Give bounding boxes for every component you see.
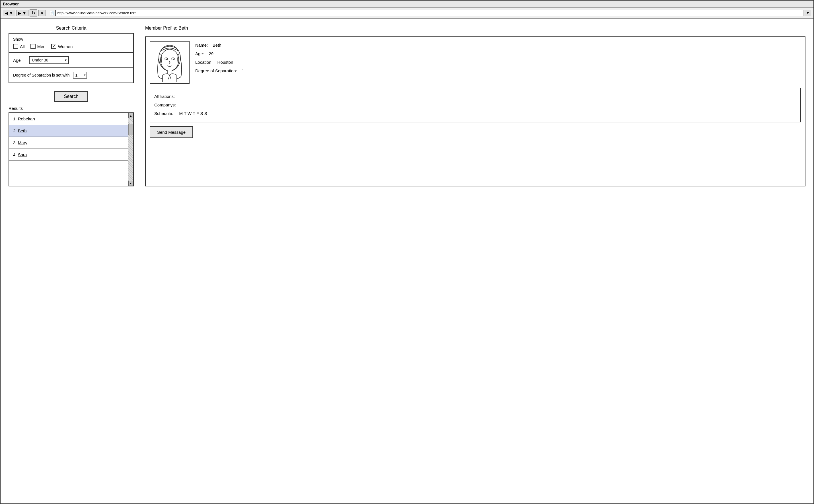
profile-box: Name: Beth Age: 29 Location: (145, 36, 805, 186)
checkbox-men-label: Men (37, 44, 46, 49)
age-select[interactable]: Under 30 30-40 40-50 50+ (29, 56, 69, 64)
affiliations-label: Affiliations: (154, 92, 796, 101)
profile-title: Member Profile: Beth (145, 26, 805, 31)
search-criteria-title: Search Criteria (9, 26, 134, 31)
profile-name-value: Beth (213, 43, 221, 48)
browser-window: Browser ◀ ▼ ▶ ▼ ↻ ✕ 📄 ▼ Search Criteria … (0, 0, 814, 504)
results-box: 1: Rebekah 2: Beth 3: Mary 4: Sara ▲ (9, 112, 134, 186)
show-section: Show All Men Women (9, 34, 133, 53)
result-item-2[interactable]: 2: Beth (9, 125, 128, 137)
age-section: Age Under 30 30-40 40-50 50+ (9, 53, 133, 68)
profile-location-value: Houston (217, 60, 233, 65)
avatar-svg (153, 42, 187, 82)
separation-select-wrapper: 1 2 3 4 5 (73, 72, 87, 79)
svg-point-4 (166, 59, 167, 60)
profile-name-label: Name: (195, 43, 208, 48)
checkbox-women[interactable]: Women (51, 44, 73, 49)
forward-button[interactable]: ▶ ▼ (16, 10, 28, 16)
back-button[interactable]: ◀ ▼ (3, 10, 15, 16)
checkbox-women-label: Women (58, 44, 73, 49)
browser-content: Search Criteria Show All Men (1, 19, 813, 193)
stop-button[interactable]: ✕ (38, 10, 46, 16)
checkbox-all-box[interactable] (13, 44, 18, 49)
companys-label: Companys: (154, 101, 796, 109)
results-list: 1: Rebekah 2: Beth 3: Mary 4: Sara (9, 113, 128, 186)
profile-age-label: Age: (195, 51, 204, 56)
search-criteria-box: Show All Men Women (9, 33, 134, 83)
svg-point-5 (173, 59, 174, 60)
separation-select[interactable]: 1 2 3 4 5 (73, 72, 87, 79)
checkbox-women-box[interactable] (51, 44, 56, 49)
result-index-1: 1: (13, 116, 18, 121)
age-label: Age (13, 58, 24, 63)
address-dropdown-button[interactable]: ▼ (805, 10, 811, 16)
profile-info: Name: Beth Age: 29 Location: (195, 41, 244, 75)
address-bar: 📄 ▼ (49, 10, 811, 16)
checkbox-men-box[interactable] (30, 44, 36, 49)
results-label: Results (9, 106, 134, 111)
profile-name-row: Name: Beth (195, 41, 244, 50)
checkbox-men[interactable]: Men (30, 44, 46, 49)
result-item-1[interactable]: 1: Rebekah (9, 113, 128, 125)
search-button-area: Search (9, 91, 134, 102)
refresh-button[interactable]: ↻ (30, 9, 37, 17)
results-scrollbar[interactable]: ▲ ▼ (128, 113, 133, 186)
profile-separation-row: Degree of Separation: 1 (195, 67, 244, 75)
scroll-track (128, 118, 133, 181)
schedule-value: M T W T F S S (179, 111, 207, 116)
scroll-down-button[interactable]: ▼ (128, 181, 133, 186)
svg-point-1 (161, 49, 179, 71)
show-options: All Men Women (13, 44, 129, 49)
result-link-4[interactable]: Sara (18, 152, 27, 157)
profile-separation-label: Degree of Separation: (195, 68, 237, 73)
send-message-button[interactable]: Send Message (150, 126, 193, 138)
left-panel: Search Criteria Show All Men (9, 26, 134, 186)
separation-label: Degree of Separation is set with (13, 73, 69, 77)
show-label: Show (13, 37, 129, 42)
separation-section: Degree of Separation is set with 1 2 3 4… (9, 68, 133, 83)
browser-toolbar: ◀ ▼ ▶ ▼ ↻ ✕ 📄 ▼ (1, 8, 813, 19)
browser-title: Browser (3, 2, 19, 6)
checkbox-all-label: All (20, 44, 25, 49)
result-link-1[interactable]: Rebekah (18, 116, 35, 121)
result-link-2[interactable]: Beth (18, 128, 27, 133)
browser-titlebar: Browser (1, 1, 813, 8)
profile-location-label: Location: (195, 60, 213, 65)
result-index-3: 3: (13, 140, 18, 145)
scroll-thumb[interactable] (128, 124, 133, 135)
page-icon: 📄 (49, 11, 54, 15)
right-panel: Member Profile: Beth (145, 26, 805, 186)
result-index-4: 4: (13, 152, 18, 157)
scroll-up-button[interactable]: ▲ (128, 113, 133, 118)
age-select-wrapper: Under 30 30-40 40-50 50+ (29, 56, 69, 64)
result-item-3[interactable]: 3: Mary (9, 137, 128, 149)
search-button[interactable]: Search (54, 91, 88, 102)
profile-age-value: 29 (209, 51, 214, 56)
result-link-3[interactable]: Mary (18, 140, 27, 145)
checkbox-all[interactable]: All (13, 44, 25, 49)
avatar (150, 41, 190, 84)
address-input[interactable] (55, 10, 803, 16)
profile-age-row: Age: 29 (195, 50, 244, 58)
schedule-row: Schedule: M T W T F S S (154, 109, 796, 118)
affiliations-box: Affiliations: Companys: Schedule: M T W … (150, 88, 801, 122)
result-index-2: 2: (13, 128, 18, 133)
result-item-4[interactable]: 4: Sara (9, 149, 128, 161)
schedule-label: Schedule: (154, 111, 173, 116)
profile-location-row: Location: Houston (195, 58, 244, 67)
profile-separation-value: 1 (242, 68, 244, 73)
profile-header: Name: Beth Age: 29 Location: (150, 41, 801, 84)
